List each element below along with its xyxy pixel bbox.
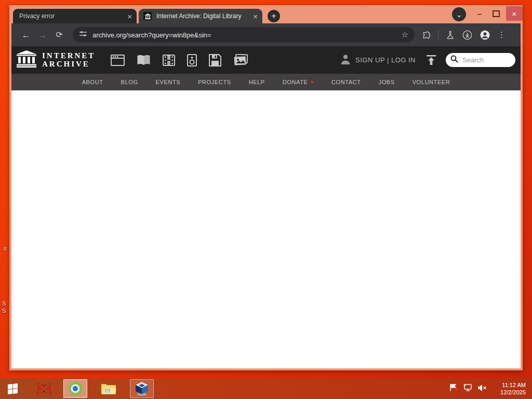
nav-item-help[interactable]: HELP [249,79,265,85]
taskbar-clock[interactable]: 11:12 AM 12/2/2025 [495,381,526,396]
chrome-browser-icon [69,382,82,395]
clock-date: 12/2/2025 [495,389,526,396]
search-input[interactable] [461,56,511,64]
forward-button: → [34,31,51,39]
desktop-icon-label-fragment: S [2,300,6,307]
images-icon[interactable] [233,54,248,66]
taskbar-virtualbox-button[interactable] [130,379,154,398]
taskbar-red-app-button[interactable] [32,379,56,398]
user-person-icon[interactable] [340,54,351,67]
media-type-tabs [111,54,248,66]
nav-item-projects[interactable]: PROJECTS [198,79,231,85]
tab-internet-archive[interactable]: Internet Archive: Digital Library × [139,9,262,23]
internet-archive-favicon [143,12,152,20]
desktop-icon-label-fragment: s [4,245,7,251]
tab-strip: Privacy error × Internet Archive: Digita… [9,5,523,23]
nav-item-donate[interactable]: DONATE♥ [283,79,314,85]
minimize-button[interactable]: – [472,6,487,21]
taskbar: ✕ 11:12 AM 12/2/2025 [0,378,532,399]
reload-button[interactable]: ⟳ [51,31,68,39]
url-text[interactable]: archive.org/search?query=win8pe&sin= [92,31,211,39]
taskbar-browser-button[interactable] [63,379,87,398]
downloads-icon[interactable] [462,30,472,40]
nav-item-about[interactable]: ABOUT [82,79,103,85]
tab-close-icon[interactable]: × [253,12,258,20]
browser-window: Privacy error × Internet Archive: Digita… [9,5,523,370]
new-tab-button[interactable]: + [268,10,280,22]
tab-title: Privacy error [19,12,124,20]
tab-search-button[interactable]: ⌄ [452,7,466,21]
nav-item-blog[interactable]: BLOG [121,79,138,85]
windows-logo-icon [8,383,18,394]
desktop: s S S Privacy error × Internet Archive: … [0,0,532,399]
signup-login-link[interactable]: SIGN UP | LOG IN [355,56,416,64]
profile-avatar-icon[interactable] [480,30,490,40]
texts-icon[interactable] [137,55,151,66]
upload-icon[interactable] [426,55,436,65]
software-icon[interactable] [209,54,221,66]
webpage: INTERNET ARCHIVE [11,46,521,368]
internet-archive-nav: ABOUT BLOG EVENTS PROJECTS HELP DONATE♥ … [11,74,521,90]
address-bar[interactable]: archive.org/search?query=win8pe&sin= ☆ [73,27,415,43]
virtualbox-icon [135,381,149,396]
nav-item-jobs[interactable]: JOBS [379,79,395,85]
bookmark-star-icon[interactable]: ☆ [402,30,408,39]
taskbar-file-explorer-button[interactable] [97,379,121,398]
internet-archive-header: INTERNET ARCHIVE [11,46,521,74]
toolbar-separator [438,30,438,39]
nav-item-contact[interactable]: CONTACT [331,79,361,85]
tab-close-icon[interactable]: × [127,12,132,20]
start-button[interactable] [0,378,25,399]
video-icon[interactable] [163,55,175,66]
internet-archive-wordmark[interactable]: INTERNET ARCHIVE [42,52,95,69]
browser-toolbar: ← → ⟳ archive.org/search?query=win8pe&si… [11,23,521,46]
volume-muted-icon[interactable] [477,384,487,394]
audio-icon[interactable] [187,54,197,66]
labs-flask-icon[interactable] [446,31,455,39]
file-explorer-icon [101,382,116,395]
tab-privacy-error[interactable]: Privacy error × [13,9,137,23]
system-tray: ✕ 11:12 AM 12/2/2025 [449,381,532,396]
back-button[interactable]: ← [18,31,34,39]
desktop-icon-label-fragment: S [2,308,6,314]
clock-time: 11:12 AM [495,381,526,389]
close-window-button[interactable]: × [506,6,523,21]
network-status-icon[interactable] [463,383,473,394]
tab-title: Internet Archive: Digital Library [156,12,250,20]
nav-item-volunteer[interactable]: VOLUNTEER [413,79,450,85]
action-center-flag-icon[interactable]: ✕ [449,383,458,394]
site-search-box[interactable] [446,53,515,67]
heart-icon: ♥ [310,79,314,85]
page-content-empty [11,90,521,368]
search-icon [450,55,458,65]
nav-item-events[interactable]: EVENTS [156,79,181,85]
svg-text:✕: ✕ [455,388,458,392]
site-settings-icon[interactable] [79,30,87,39]
maximize-button[interactable] [488,6,504,21]
web-icon[interactable] [111,55,125,66]
red-app-icon [36,382,52,395]
extensions-icon[interactable] [422,31,431,39]
browser-menu-icon[interactable]: ⋮ [498,30,506,39]
maximize-icon [493,10,500,17]
internet-archive-logo-icon[interactable] [17,50,36,70]
